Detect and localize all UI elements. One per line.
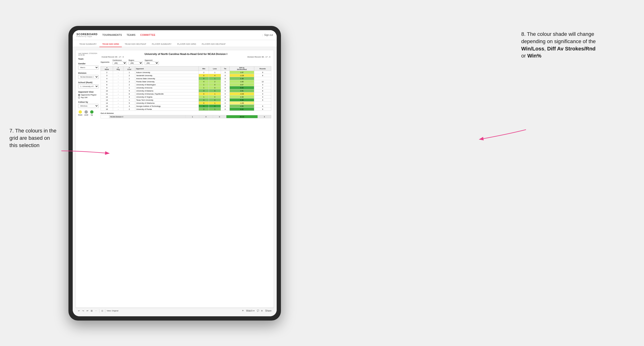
cell-loss: 1: [209, 92, 221, 95]
toolbar-refresh[interactable]: ⊞: [90, 310, 93, 312]
tab-team-h2h-grid[interactable]: TEAM H2H GRID: [100, 41, 122, 47]
division-select[interactable]: NCAA Division I: [78, 75, 99, 79]
cell-rounds: [254, 77, 271, 80]
right-arrow: [469, 125, 528, 144]
th-rank: #Rank: [101, 66, 113, 71]
table-row: 14 - 5 University of Oklahoma 0 1 0 -1.0…: [101, 102, 271, 105]
table-row: 4 - 1 Arizona State University 5 1 0 2.2…: [101, 77, 271, 80]
cell-win: 5: [199, 105, 209, 108]
cell-diff: 9.00: [230, 86, 254, 89]
table-row: 16 - 2 University of Florida 3 1 0 6.62 …: [101, 108, 271, 111]
cell-reg: -: [113, 83, 124, 86]
out-of-division-label: Out of division: [100, 112, 271, 114]
tablet-frame: SCOREBOARD Powered by clippd TOURNAMENTS…: [68, 26, 281, 321]
table-container: #Rank #Reg #Conf Opponent Win Loss Tie D…: [100, 66, 271, 305]
cell-diff: 2.61: [230, 89, 254, 92]
nav-committee[interactable]: COMMITTEE: [140, 33, 156, 37]
cell-conf: 5: [124, 102, 135, 105]
th-opponent: Opponent: [135, 66, 198, 71]
toolbar-divider: [99, 309, 100, 313]
cell-conf: 2: [124, 74, 135, 77]
sidebar-school: School (Rank) 1. University of Nort...: [78, 81, 99, 88]
toolbar-undo[interactable]: ↩: [78, 310, 80, 312]
out-of-division-table: NCAA Division II 1 0 0 26.00 3: [100, 115, 271, 118]
radio-circle-selected: [78, 94, 80, 96]
cell-win: 2: [199, 71, 209, 74]
table-row: 3 - 2 Vanderbilt University 0 4 0 -2.29 …: [101, 74, 271, 77]
cell-win: 1: [199, 86, 209, 89]
cell-opponent: Texas Tech University: [135, 99, 198, 102]
cell-conf: 2: [124, 83, 135, 86]
th-conf: #Conf: [124, 66, 135, 71]
annotation-left: 7. The colours in the grid are based on …: [10, 127, 59, 149]
cell-conf: 6: [124, 92, 135, 95]
toolbar-share[interactable]: Share: [265, 310, 272, 312]
cell-conf: 2: [124, 80, 135, 83]
cell-rounds: 8: [254, 89, 271, 92]
last-updated: Last Updated: 27/03/2024 16:55:38: [78, 53, 99, 56]
sidebar-team: Team: [78, 58, 99, 60]
cell-loss: 0: [209, 105, 221, 108]
grid-title: University of North Carolina Head-to-Hea…: [100, 53, 271, 55]
cell-loss: 2: [209, 80, 221, 83]
toolbar-watch[interactable]: Watch ▾: [246, 310, 255, 312]
tab-team-h2h-heatmap[interactable]: TEAM H2H HEATMAP: [122, 41, 149, 47]
opponent-filter[interactable]: (All): [145, 61, 159, 65]
cell-conf: 4: [124, 105, 135, 108]
cell-reg: -: [113, 89, 124, 92]
cell-loss: 4: [209, 74, 221, 77]
od-loss: 0: [199, 115, 213, 118]
nav-teams[interactable]: TEAMS: [127, 33, 136, 37]
gender-select[interactable]: Men's: [78, 65, 99, 70]
tab-team-summary[interactable]: TEAM SUMMARY: [76, 41, 100, 47]
cell-diff: -1.00: [230, 102, 254, 105]
tab-player-summary[interactable]: PLAYER SUMMARY: [149, 41, 174, 47]
toolbar-more[interactable]: ⋯: [94, 310, 98, 312]
out-of-division-row: NCAA Division II 1 0 0 26.00 3: [101, 115, 271, 118]
table-header-row: #Rank #Reg #Conf Opponent Win Loss Tie D…: [101, 66, 271, 71]
th-diff: Diff AvStrokes/Rnd: [230, 66, 254, 71]
od-diff: 26.00: [226, 115, 258, 118]
legend-dot-level: [84, 110, 88, 114]
left-sidebar: Last Updated: 27/03/2024 16:55:38 Team G…: [78, 53, 100, 305]
region-filter[interactable]: (All): [129, 61, 143, 65]
cell-reg: -: [113, 102, 124, 105]
conference-filter[interactable]: (All): [112, 61, 127, 65]
table-row: 11 - 6 University of Arkansas, Fayettevi…: [101, 92, 271, 95]
legend-down: Down: [78, 110, 82, 116]
cell-reg: -: [113, 95, 124, 99]
cell-win: 1: [199, 95, 209, 99]
colour-by-select[interactable]: Win/loss: [78, 104, 99, 108]
tab-player-h2h-heatmap[interactable]: PLAYER H2H HEATMAP: [199, 41, 228, 47]
school-select[interactable]: 1. University of Nort...: [78, 84, 99, 88]
tab-player-h2h-grid[interactable]: PLAYER H2H GRID: [174, 41, 199, 47]
cell-rank: 6: [101, 80, 113, 83]
cell-conf: 2: [124, 108, 135, 111]
radio-opponents-played[interactable]: Opponents Played: [78, 94, 99, 96]
cell-tie: 0: [221, 99, 230, 102]
table-row: 9 - 1 University of Arizona 1 0 0 9.00 2: [101, 86, 271, 89]
nav-tournaments[interactable]: TOURNAMENTS: [102, 33, 122, 37]
cell-tie: 0: [221, 89, 230, 92]
toolbar-clock[interactable]: ⊙: [101, 310, 104, 312]
cell-loss: 1: [209, 102, 221, 105]
legend-level: Level: [84, 110, 88, 116]
cell-rank: 16: [101, 108, 113, 111]
cell-diff: 2.33: [230, 95, 254, 99]
cell-rank: 8: [101, 83, 113, 86]
th-win: Win: [199, 66, 209, 71]
cell-tie: 0: [221, 71, 230, 74]
table-row: 15 - 4 Georgia Institute of Technology 5…: [101, 105, 271, 108]
grid-records: Overall Record: 89 - 17 - 0 Division Rec…: [100, 56, 271, 58]
sidebar-gender: Gender Men's: [78, 62, 99, 70]
od-tie: 0: [213, 115, 226, 118]
cell-opponent: Florida State University: [135, 80, 198, 83]
toolbar-back[interactable]: ↫: [86, 310, 89, 312]
th-rounds: Rounds: [254, 66, 271, 71]
radio-top100[interactable]: Top 100: [78, 96, 99, 99]
toolbar-grid-icon: ⊞: [261, 310, 263, 312]
sign-out-button[interactable]: Sign out: [264, 34, 273, 36]
table-row: 10 - 5 University of Alabama 3 0 0 2.61 …: [101, 89, 271, 92]
cell-reg: -: [113, 99, 124, 102]
toolbar-redo[interactable]: ↪: [82, 310, 84, 312]
